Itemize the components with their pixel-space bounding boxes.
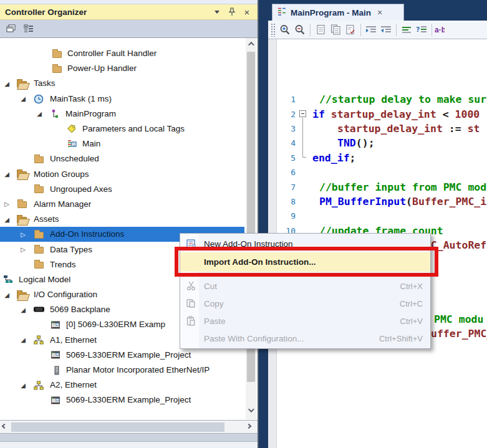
code-line: 1 //startup delay to make sur <box>277 92 487 107</box>
mdi-background-strip <box>258 0 268 448</box>
expanded-arrow-icon[interactable]: ◢ <box>19 307 27 313</box>
routine-icon: 1 <box>66 139 77 149</box>
menu-item-paste-with-configuration[interactable]: Paste With Configuration... Ctrl+Shift+V <box>180 330 430 347</box>
line-number: 1 <box>277 95 296 104</box>
editor-toolbar: ? a·b <box>268 21 487 39</box>
scroll-up-icon[interactable] <box>248 42 254 47</box>
expanded-arrow-icon[interactable]: ◢ <box>2 171 11 178</box>
panel-top-strip <box>0 0 258 4</box>
menu-item-copy[interactable]: Copy Ctrl+C <box>180 295 430 312</box>
context-menu: New Add-On Instruction Import Add-On Ins… <box>180 233 431 349</box>
tree-item-a2-ethernet[interactable]: ◢ A2, Ethernet <box>0 378 244 393</box>
close-icon[interactable]: × <box>241 6 253 17</box>
menu-item-cut[interactable]: Cut Ctrl+X <box>180 277 430 295</box>
line-number: 9 <box>277 211 296 221</box>
menu-item-import-add-on-instruction[interactable]: Import Add-On Instruction... <box>180 252 430 272</box>
tab-close-icon[interactable]: × <box>377 7 382 17</box>
shortcut-label: Ctrl+C <box>400 299 423 308</box>
expanded-arrow-icon[interactable]: ◢ <box>2 292 11 298</box>
uncomment-lines-icon[interactable]: ? <box>414 22 429 37</box>
expanded-arrow-icon[interactable]: ◢ <box>19 382 27 389</box>
code-line: 5 end_if; <box>277 151 487 165</box>
collapsed-arrow-icon[interactable]: ▷ <box>19 231 27 238</box>
controller-organizer-panel: Controller Organizer × Controller Fault … <box>0 0 258 448</box>
expanded-arrow-icon[interactable]: ◢ <box>2 80 11 87</box>
folder-icon <box>33 245 44 255</box>
occluded-code-fragment: uffer_PMC_ <box>431 328 487 340</box>
scissors-icon <box>185 280 197 292</box>
line-number: 2 <box>277 110 296 119</box>
shortcut-label: Ctrl+X <box>400 282 423 291</box>
new-component-icon[interactable] <box>21 22 36 36</box>
tree-item-power-up-handler[interactable]: Power-Up Handler <box>0 61 244 76</box>
tree-item-controller-a2[interactable]: 5069-L330ERM Example_Project <box>0 393 244 407</box>
scrollbar-thumb[interactable] <box>11 422 224 432</box>
menu-item-new-add-on-instruction[interactable]: New Add-On Instruction <box>180 235 430 252</box>
expanded-arrow-icon[interactable]: ◢ <box>19 336 27 343</box>
tree-item-alarm-manager[interactable]: ▷ Alarm Manager <box>0 197 244 212</box>
zoom-out-icon[interactable] <box>292 22 307 37</box>
tab-title: MainProgram - Main <box>291 8 371 17</box>
code-line: 6 <box>277 165 487 179</box>
controller-icon <box>50 395 61 405</box>
outdent-icon[interactable] <box>379 22 393 37</box>
new-aoi-icon <box>185 237 197 250</box>
line-number: 4 <box>277 138 296 148</box>
folder-icon <box>16 199 27 209</box>
code-line: 7 //buffer input from PMC mod <box>277 179 487 194</box>
ab-text-button[interactable]: a·b <box>435 26 445 34</box>
ethernet-icon <box>33 380 44 390</box>
chevron-down-icon[interactable] <box>211 6 223 17</box>
cascade-windows-icon[interactable] <box>4 22 19 36</box>
program-icon <box>49 109 60 119</box>
collapsed-arrow-icon[interactable]: ▷ <box>19 246 27 253</box>
ethernet-icon <box>33 335 44 345</box>
tree-item-maintask[interactable]: ◢ MainTask (1 ms) <box>0 92 244 107</box>
tree-item-tasks[interactable]: ◢ Tasks <box>0 76 244 91</box>
code-fold-toggle[interactable] <box>299 110 306 117</box>
copy-document-icon[interactable] <box>328 22 343 37</box>
pin-icon[interactable] <box>226 6 238 17</box>
tag-icon <box>66 124 77 134</box>
expanded-arrow-icon[interactable]: ◢ <box>2 216 11 223</box>
menu-separator <box>200 274 428 275</box>
code-line: 9 <box>277 209 487 223</box>
folder-icon <box>33 260 44 270</box>
tree-vertical-scrollbar[interactable] <box>246 38 256 419</box>
collapsed-arrow-icon[interactable]: ▷ <box>2 201 11 207</box>
tree-item-main-routine[interactable]: 1 Main <box>0 136 244 151</box>
tree-item-planar-motor-device[interactable]: Planar Motor Incorporated EtherNet/IP <box>0 363 244 378</box>
zoom-in-icon[interactable] <box>277 22 292 37</box>
tree-item-controller-fault-handler[interactable]: Controller Fault Handler <box>0 46 244 61</box>
expanded-arrow-icon[interactable]: ◢ <box>35 110 44 117</box>
line-number: 3 <box>277 124 296 133</box>
tree-item-parameters-and-local-tags[interactable]: Parameters and Local Tags <box>0 122 244 136</box>
tab-mainprogram-main[interactable]: MainProgram - Main × <box>272 4 404 21</box>
paste-icon <box>185 315 197 327</box>
scroll-left-icon[interactable] <box>2 424 7 429</box>
toolbar-grip-handle[interactable] <box>271 23 275 37</box>
controller-organizer-tree: Controller Fault Handler Power-Up Handle… <box>0 38 258 419</box>
comment-lines-icon[interactable] <box>399 22 414 37</box>
tree-item-assets[interactable]: ◢ Assets <box>0 212 244 227</box>
check-document-icon[interactable] <box>343 22 358 37</box>
logical-model-icon <box>2 275 14 285</box>
tree-item-motion-groups[interactable]: ◢ Motion Groups <box>0 167 244 182</box>
document-icon[interactable] <box>313 22 328 37</box>
indent-icon[interactable] <box>364 22 379 37</box>
expanded-arrow-icon[interactable]: ◢ <box>19 95 27 102</box>
scroll-right-icon[interactable] <box>247 424 252 429</box>
line-number: 5 <box>277 153 296 163</box>
code-fold-line <box>302 118 306 158</box>
tree-item-mainprogram[interactable]: ◢ MainProgram <box>0 107 244 122</box>
tree-item-unscheduled[interactable]: Unscheduled <box>0 151 244 166</box>
tree-horizontal-scrollbar[interactable] <box>0 420 258 434</box>
svg-text:1: 1 <box>72 142 75 146</box>
menu-item-paste[interactable]: Paste Ctrl+V <box>180 312 430 330</box>
folder-icon <box>51 64 62 74</box>
shortcut-label: Ctrl+Shift+V <box>379 334 423 343</box>
controller-icon <box>50 320 61 330</box>
tree-item-ungrouped-axes[interactable]: Ungrouped Axes <box>0 182 244 197</box>
tree-item-controller-a1[interactable]: 5069-L330ERM Example_Project <box>0 348 244 363</box>
scroll-down-icon[interactable] <box>248 408 254 414</box>
